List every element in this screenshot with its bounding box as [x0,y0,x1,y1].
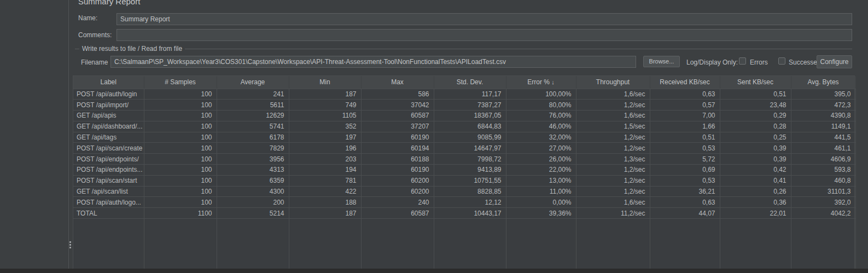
table-cell: GET /api/tags [73,132,144,143]
table-cell: 11,2/sec [576,208,650,219]
table-cell: 203 [289,154,361,165]
table-cell: 8828,85 [434,186,506,197]
column-header-throughput[interactable]: Throughput [576,76,650,89]
table-cell: 60200 [361,175,434,186]
table-cell: 4606,9 [791,154,855,165]
table-cell: 441,5 [791,132,855,143]
window-bottom-edge [0,269,868,273]
table-cell: POST /api/endpoints/ [73,154,144,165]
table-cell: POST /api/import/ [73,100,144,111]
table-cell: 10751,55 [434,175,506,186]
table-cell: 100 [144,89,217,100]
column-header-received-kb-sec[interactable]: Received KB/sec [650,76,720,89]
table-cell: 1,6/sec [576,89,650,100]
successes-checkbox[interactable] [778,57,785,65]
errors-checkbox[interactable] [739,57,746,65]
table-cell: 100 [144,186,217,197]
table-row[interactable]: POST /api/endpoints/1003956203601887998,… [73,154,855,165]
table-cell: 5,72 [650,154,720,165]
table-cell: 12,12 [434,197,506,208]
table-cell: 460,8 [791,175,855,186]
errors-checkbox-label[interactable]: Errors [750,59,768,66]
table-row[interactable]: POST /api/scan/start10063597816020010751… [73,175,855,186]
table-row[interactable]: POST /api/auth/login100241187586117,1710… [73,89,855,100]
column-header-min[interactable]: Min [289,76,361,89]
configure-button[interactable]: Configure [817,55,852,68]
table-cell: 13,00% [506,175,576,186]
table-cell: 26,00% [506,154,576,165]
table-cell: POST /api/scan/start [73,175,144,186]
table-cell: 100 [144,175,217,186]
table-cell: 60200 [361,186,434,197]
table-cell: 100 [144,121,217,132]
column-header-average[interactable]: Average [217,76,289,89]
table-cell: 4300 [217,186,289,197]
column-header-samples[interactable]: # Samples [144,76,217,89]
column-header-max[interactable]: Max [361,76,434,89]
filename-label: Filename [81,59,108,66]
table-cell: 6844,83 [434,121,506,132]
table-row[interactable]: POST /api/endpoints...100431319460190941… [73,165,855,176]
column-header-sent-kb-sec[interactable]: Sent KB/sec [720,76,791,89]
table-empty-cell [434,219,506,269]
log-display-only-label: Log/Display Only: [686,59,738,66]
comments-input[interactable] [116,29,852,41]
groupbox-border-line [185,49,852,49]
table-row[interactable]: GET /api/dashboard/...100574135237207684… [73,121,855,132]
column-header-std-dev[interactable]: Std. Dev. [434,76,506,89]
filename-input[interactable] [110,56,636,68]
table-empty-cell [144,219,217,269]
table-cell: 37207 [361,121,434,132]
table-cell: 5611 [217,100,289,111]
table-cell: 781 [289,175,361,186]
table-cell: GET /api/dashboard/... [73,121,144,132]
table-row[interactable]: POST /api/scan/create1007829196601941464… [73,143,855,154]
comments-label: Comments: [78,31,112,39]
groupbox-border-segment [75,49,79,49]
table-empty-cell [576,219,650,269]
table-cell: 1105 [289,111,361,121]
table-cell: 194 [289,165,361,176]
panel-divider [68,0,69,269]
successes-checkbox-label[interactable]: Successes [789,59,820,66]
column-header-error[interactable]: Error % ↓ [506,76,576,89]
column-header-avg-bytes[interactable]: Avg. Bytes [791,76,855,89]
table-cell: 422 [289,186,361,197]
table-cell: 100 [144,143,217,154]
table-row[interactable]: POST /api/import/1005611749370427387,278… [73,100,855,111]
table-empty-cell [217,219,289,269]
table-cell: 37042 [361,100,434,111]
table-cell: 200 [217,197,289,208]
table-empty-cell [650,219,720,269]
table-cell: 593,8 [791,165,855,176]
table-cell: 0,25 [720,132,791,143]
table-cell: 7829 [217,143,289,154]
splitter-handle[interactable] [68,241,72,248]
column-header-label[interactable]: Label [73,76,144,89]
table-cell: 80,00% [506,100,576,111]
table-cell: 18367,05 [434,111,506,121]
table-cell: 100 [144,197,217,208]
sort-descending-icon: ↓ [551,79,555,85]
table-cell: 240 [361,197,434,208]
table-cell: 10443,17 [434,208,506,219]
table-cell: 22,00% [506,165,576,176]
table-row[interactable]: GET /api/apis1001262911056058718367,0576… [73,111,855,121]
table-row[interactable]: GET /api/tags1006178197601909085,9932,00… [73,132,855,143]
name-input[interactable] [116,13,852,25]
table-cell: 6359 [217,175,289,186]
table-row[interactable]: GET /api/scan/list1004300422602008828,85… [73,186,855,197]
table-cell: 32,00% [506,132,576,143]
table-cell: 1,6/sec [576,197,650,208]
table-cell: 395,0 [791,89,855,100]
table-cell: POST /api/scan/create [73,143,144,154]
table-cell: 44,07 [650,208,720,219]
table-row[interactable]: TOTAL110052141876058710443,1739,36%11,2/… [73,208,855,219]
browse-button[interactable]: Browse... [643,56,680,67]
table-empty-cell [289,219,361,269]
table-row[interactable]: POST /api/auth/logo...10020018824012,120… [73,197,855,208]
table-cell: 1,2/sec [576,165,650,176]
table-cell: 749 [289,100,361,111]
table-cell: 188 [289,197,361,208]
table-header-row: Label# SamplesAverageMinMaxStd. Dev.Erro… [73,76,855,89]
